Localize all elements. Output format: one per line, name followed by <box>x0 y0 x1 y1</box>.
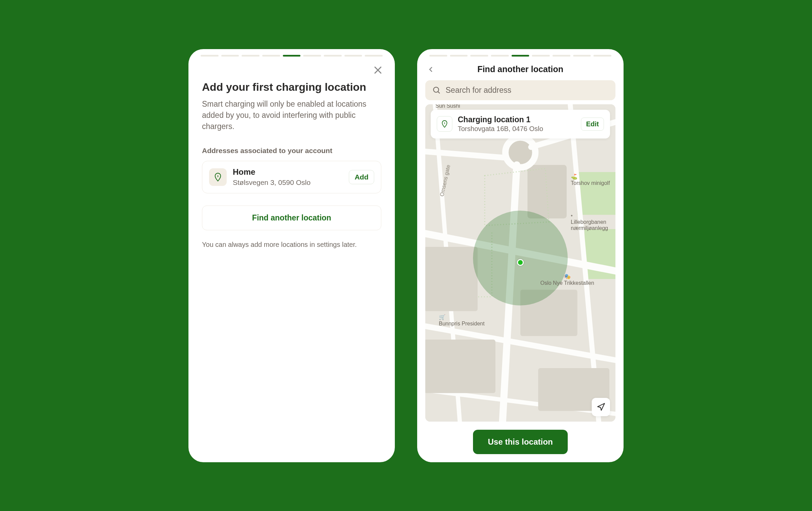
svg-point-0 <box>433 87 438 92</box>
search-input[interactable] <box>446 86 609 95</box>
close-icon[interactable] <box>373 65 383 75</box>
progress-bar <box>417 49 624 58</box>
search-input-wrap[interactable] <box>425 80 615 100</box>
find-another-location-button[interactable]: Find another location <box>202 206 381 230</box>
address-line: Stølsvegen 3, 0590 Oslo <box>233 178 343 187</box>
address-card: Home Stølsvegen 3, 0590 Oslo Add <box>202 161 381 193</box>
svg-rect-3 <box>577 172 615 215</box>
back-icon[interactable] <box>427 65 435 73</box>
page-title: Find another location <box>427 64 614 74</box>
search-icon <box>432 86 441 94</box>
page-description: Smart charging will only be enabled at l… <box>202 99 381 132</box>
edit-button[interactable]: Edit <box>581 118 604 131</box>
svg-rect-16 <box>425 247 478 311</box>
svg-line-1 <box>438 92 440 93</box>
navigation-icon <box>596 403 605 411</box>
screen-find-location: Find another location <box>417 49 624 462</box>
location-address: Torshovgata 16B, 0476 Oslo <box>458 125 576 133</box>
progress-bar <box>188 49 395 58</box>
svg-marker-20 <box>597 403 605 410</box>
charging-pin-icon <box>437 116 452 132</box>
screen-add-location: Add your first charging location Smart c… <box>188 49 395 462</box>
page-title: Add your first charging location <box>202 81 381 93</box>
location-pin-icon <box>517 259 524 266</box>
locate-me-button[interactable] <box>592 398 610 416</box>
map[interactable]: Omsens gate Sun Sushi ⛳ Torshov minigolf… <box>425 104 615 422</box>
footer-note: You can always add more locations in set… <box>202 240 381 249</box>
geofence-radius <box>473 211 568 305</box>
location-card: Charging location 1 Torshovgata 16B, 047… <box>431 110 610 139</box>
use-this-location-button[interactable]: Use this location <box>473 430 568 454</box>
addresses-subheading: Addresses associated to your account <box>202 147 381 155</box>
charging-pin-icon <box>209 168 227 186</box>
add-button[interactable]: Add <box>349 170 374 184</box>
svg-rect-18 <box>425 339 495 393</box>
address-name: Home <box>233 167 343 177</box>
svg-rect-5 <box>527 165 567 218</box>
location-name: Charging location 1 <box>458 115 576 124</box>
